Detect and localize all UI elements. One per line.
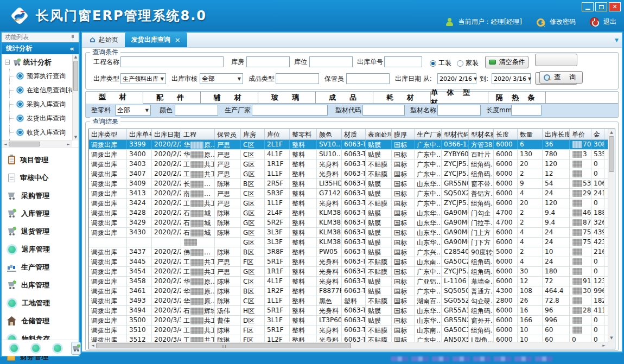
column-header[interactable]: 出库长度 [543, 129, 570, 139]
column-header[interactable]: 出库类型 [89, 129, 127, 139]
table-row[interactable]: G区3L3F整料KLM38176063-T5贴膜国标山东华…GA90M09…门下… [89, 238, 608, 247]
date-from-picker[interactable]: 2020/ 2/16▼ [437, 73, 476, 84]
column-header[interactable]: 表面处理 [366, 129, 392, 139]
column-header[interactable]: 金 [591, 129, 604, 139]
project-name-input[interactable] [120, 56, 224, 67]
scroll-left-icon[interactable]: ◄ [90, 342, 95, 349]
color-input[interactable] [175, 105, 218, 116]
grid-vertical-scrollbar[interactable]: ▲ ▼ [608, 129, 615, 342]
sidebar-item[interactable]: 出库管理 [2, 276, 79, 294]
scrollbar-thumb[interactable] [9, 142, 40, 146]
keeper-input[interactable] [346, 73, 390, 84]
material-tab[interactable]: 成 品 [316, 92, 373, 103]
column-header[interactable]: 生产厂家 [415, 129, 442, 139]
scroll-down-icon[interactable]: ▼ [608, 335, 615, 341]
cart-shortcut-button[interactable] [71, 342, 81, 355]
column-header[interactable]: 整零料 [290, 129, 317, 139]
material-tab[interactable]: 隔 热 条 [488, 92, 546, 103]
table-row[interactable]: 调拨出库34242020/2/26工共工程严思G区1L1F整料光身料6063-T… [89, 199, 608, 208]
table-row[interactable]: 调拨出库34282020/2/26石城陈琳G区2L4F整料KLM38176063… [89, 208, 608, 218]
expander-icon[interactable] [5, 60, 10, 65]
column-header[interactable]: 保管员 [215, 129, 241, 139]
tabstrip-dropdown-icon[interactable]: ▼ [615, 37, 619, 43]
column-header[interactable]: 膜厚 [392, 129, 415, 139]
length-input[interactable] [511, 105, 542, 116]
dot-shortcut-icon[interactable] [10, 344, 18, 352]
column-header[interactable]: 型材代码 [442, 129, 469, 139]
table-row[interactable]: 调拨出库34072020/2/25工共工程严思G区1L1F整料光身料6063-T… [89, 169, 608, 179]
sidebar-item[interactable]: 工地管理 [2, 294, 79, 312]
sidebar-item[interactable]: 审核中心 [2, 169, 79, 187]
table-row[interactable]: 调拨出库34132020/2/26南…严思C区5R3F整料G714226063-… [89, 189, 608, 199]
scrollbar-thumb[interactable] [96, 343, 351, 348]
tree-item[interactable]: 发货出库查询 [2, 111, 72, 125]
scroll-up-icon[interactable]: ▲ [608, 130, 615, 136]
scrollbar-thumb[interactable] [73, 61, 78, 91]
table-row[interactable]: 调拨出库35102020/3/4工共工程陈琳F区5R1F整料光身料6063-T5… [89, 325, 608, 335]
scroll-right-icon[interactable]: ► [601, 342, 607, 349]
scroll-left-icon[interactable]: ◄ [3, 141, 8, 148]
audit-select[interactable]: 全部▼ [200, 73, 243, 84]
column-header[interactable]: 出库单号 [127, 129, 152, 139]
tree-root-statistics[interactable]: 统计分析 [2, 55, 72, 69]
tree-item[interactable]: 采购入库查询 [2, 97, 72, 111]
table-row[interactable]: 调拨出库34942020/3/2石辉城汤伟H区5R1F整料光身料6063-T5贴… [89, 306, 608, 316]
location-input[interactable] [309, 56, 353, 67]
sidebar-item[interactable]: 项目管理 [2, 151, 79, 169]
radio-home[interactable]: 家装 [457, 59, 479, 68]
tree-vertical-scrollbar[interactable]: ▲ ▼ [72, 54, 79, 141]
profile-code-input[interactable] [362, 105, 405, 116]
out-type-select[interactable]: 生产领料出库▼ [120, 73, 166, 84]
tree-item[interactable]: 在途信息查询[待 [2, 83, 72, 97]
dot-shortcut-icon[interactable] [54, 344, 61, 352]
table-row[interactable]: 调拨出库34932020/3/2华原…陈琳C区1L1F整料黑色塑料不贴膜国标湖南… [89, 296, 608, 306]
scroll-down-icon[interactable]: ▼ [73, 135, 79, 141]
table-row[interactable]: 调拨出库34092020/2/25长…陈琳B区2R5F整料LI35HD6063-… [89, 179, 608, 189]
table-row[interactable]: 调拨出库34452020/2/27工共工程严思F区5R1F整料光身料6063-T… [89, 257, 608, 267]
profile-name-input[interactable] [437, 105, 481, 116]
product-type-input[interactable] [276, 73, 319, 84]
scrollbar-thumb[interactable] [609, 136, 614, 172]
table-row[interactable]: 调拨出库34582020/2/28华原…陈琳C区4L1F整料光身料6063-T5… [89, 277, 608, 286]
material-tab[interactable]: 玻 璃 [258, 92, 316, 103]
table-row[interactable]: 调拨出库34612020/2/28华原…陈琳B区1R2F整料F8877FT606… [89, 286, 608, 296]
table-row[interactable]: 调拨出库33992020/2/25华原…严思C区2L1F整料SV10…6063-… [89, 140, 608, 150]
whole-part-select[interactable]: 全部▼ [115, 105, 151, 116]
pin-icon[interactable] [70, 34, 75, 41]
close-button[interactable]: ✕ [609, 2, 621, 11]
column-header[interactable]: 库位 [265, 129, 290, 139]
table-row[interactable]: 调拨出库34002020/2/25华原…严思C区4L1F整料SU10…6063-… [89, 150, 608, 159]
column-header[interactable]: 材质 [342, 129, 366, 139]
scroll-up-icon[interactable]: ▲ [73, 54, 79, 60]
column-header[interactable]: 库房 [241, 129, 265, 139]
minimize-button[interactable] [582, 2, 594, 11]
material-tab[interactable]: 耗 材 [373, 92, 431, 103]
material-tab[interactable]: 辅 材 [201, 92, 258, 103]
warehouse-input[interactable] [246, 56, 290, 67]
date-to-picker[interactable]: 2020/ 3/16▼ [492, 73, 531, 84]
table-row[interactable]: 调拨出库34032020/2/25工共工程严思G区1R1F整料光身料6063-T… [89, 159, 608, 169]
tab-home[interactable]: ⌂ 起始页 [83, 33, 125, 47]
table-row[interactable]: 调拨出库35122020/3/4工共工程陈琳F区1L2F整料光身料6063-T5… [89, 335, 608, 342]
radio-industrial[interactable]: 工装 [430, 59, 451, 68]
sidebar-item[interactable]: 退货管理 [2, 222, 79, 240]
sidebar-item[interactable]: 入库管理 [2, 205, 79, 222]
sidebar-item[interactable]: 仓储管理 [2, 312, 79, 330]
sidebar-item[interactable]: 退库管理 [2, 240, 79, 258]
table-row[interactable]: 调拨出库34372020/2/27佛…陈琳B区3R8F整料PW056063-T5… [89, 247, 608, 257]
clear-conditions-button[interactable]: 清空条件 [485, 56, 529, 68]
table-row[interactable]: 调拨出库34292020/2/26石城陈琳G区5R2F整料KLM38176063… [89, 218, 608, 228]
sidebar-item[interactable]: 生产管理 [2, 258, 79, 276]
collapse-button[interactable]: « [70, 44, 74, 53]
grid-horizontal-scrollbar[interactable]: ◄ ► [89, 342, 608, 349]
scroll-right-icon[interactable]: ► [66, 141, 71, 148]
table-row[interactable]: 调拨出库35002020/3/3工共工程曹佳D区3L1F整料LT3P606063… [89, 316, 608, 325]
logout-link[interactable]: 退出 [603, 17, 616, 27]
column-header[interactable]: 颜色 [317, 129, 342, 139]
material-tab[interactable]: 配 件 [143, 92, 201, 103]
column-header[interactable]: 工程 [181, 129, 215, 139]
table-row[interactable]: 调拨出库34542020/2/28工共工程严思G区1R1F整料光身料6063-T… [89, 267, 608, 277]
column-header[interactable]: 长度 [494, 129, 518, 139]
column-header[interactable]: 数量 [518, 129, 543, 139]
tree-item[interactable]: 预算执行查询 [2, 69, 72, 83]
